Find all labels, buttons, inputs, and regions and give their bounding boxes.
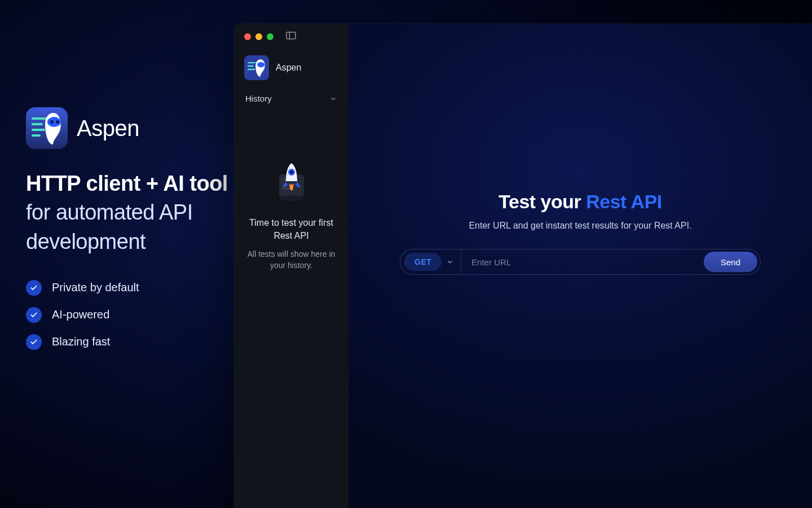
hero-feature-item: Private by default — [26, 280, 234, 296]
empty-state-subtitle: All tests will show here in your history… — [244, 249, 338, 271]
svg-point-19 — [279, 195, 304, 201]
main-title-prefix: Test your — [498, 191, 586, 212]
check-icon — [26, 334, 42, 350]
main-title-accent: Rest API — [586, 191, 662, 212]
svg-rect-12 — [248, 65, 254, 67]
svg-rect-11 — [248, 62, 255, 63]
window-traffic-lights — [244, 33, 273, 40]
aspen-logo-icon — [244, 55, 269, 80]
hero-tagline-bold: HTTP client + AI tool — [26, 172, 228, 195]
svg-point-14 — [257, 62, 264, 68]
app-window: Aspen History Time to test your first Re… — [234, 24, 812, 508]
hero-logo-row: Aspen — [26, 107, 234, 149]
chevron-down-icon — [329, 95, 337, 103]
request-url-bar: GET Send — [400, 249, 761, 275]
aspen-logo-icon — [26, 107, 68, 149]
send-button[interactable]: Send — [704, 252, 757, 272]
window-close-icon[interactable] — [244, 33, 251, 40]
history-empty-state: Time to test your first Rest API All tes… — [234, 160, 348, 271]
svg-rect-8 — [286, 32, 295, 39]
svg-point-7 — [56, 120, 59, 124]
svg-point-6 — [50, 120, 54, 124]
check-icon — [26, 280, 42, 296]
sidebar-toggle-icon[interactable] — [286, 32, 296, 42]
svg-rect-4 — [32, 134, 41, 137]
sidebar: Aspen History Time to test your first Re… — [234, 24, 348, 508]
main-title: Test your Rest API — [498, 191, 662, 213]
main-subtitle: Enter URL and get instant test results f… — [469, 221, 691, 231]
window-titlebar — [234, 24, 348, 50]
http-method-selector[interactable]: GET — [404, 253, 442, 271]
rocket-icon — [269, 160, 314, 205]
svg-point-21 — [290, 170, 293, 174]
main-pane: Test your Rest API Enter URL and get ins… — [348, 24, 812, 508]
sidebar-app-name: Aspen — [276, 63, 301, 73]
check-icon — [26, 307, 42, 323]
svg-rect-2 — [32, 123, 43, 125]
svg-rect-1 — [32, 117, 47, 120]
feature-text: AI-powered — [52, 308, 109, 321]
hero-feature-list: Private by default AI-powered Blazing fa… — [26, 280, 234, 350]
history-label: History — [245, 94, 272, 103]
window-zoom-icon[interactable] — [267, 33, 273, 40]
svg-rect-13 — [248, 69, 255, 70]
hero-app-name: Aspen — [77, 116, 139, 141]
hero-tagline: HTTP client + AI tool for automated API … — [26, 169, 234, 256]
history-section-header[interactable]: History — [234, 88, 348, 109]
marketing-hero: Aspen HTTP client + AI tool for automate… — [0, 0, 234, 508]
hero-feature-item: Blazing fast — [26, 334, 234, 350]
chevron-down-icon[interactable] — [446, 258, 454, 266]
hero-feature-item: AI-powered — [26, 307, 234, 323]
url-input[interactable] — [461, 257, 704, 267]
empty-state-title: Time to test your first Rest API — [244, 216, 338, 242]
feature-text: Private by default — [52, 281, 139, 294]
svg-rect-3 — [32, 129, 45, 131]
http-method-label: GET — [414, 257, 431, 266]
sidebar-app-identity: Aspen — [234, 50, 348, 88]
window-minimize-icon[interactable] — [255, 33, 262, 40]
hero-tagline-rest: for automated API development — [26, 200, 193, 253]
feature-text: Blazing fast — [52, 335, 110, 348]
